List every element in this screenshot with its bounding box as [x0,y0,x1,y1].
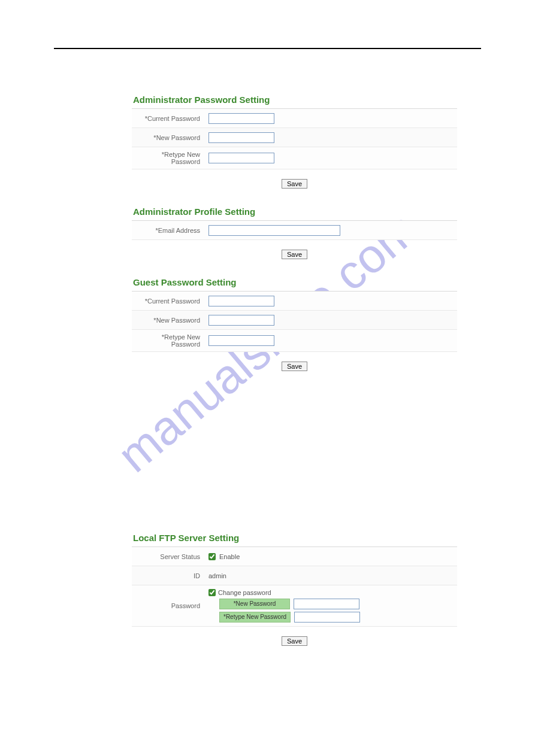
guest-retype-pw-label: *Retype New Password [132,330,205,351]
guest-retype-pw-row: *Retype New Password [132,330,457,352]
admin-retype-pw-row: *Retype New Password [132,147,457,169]
admin-password-section: Administrator Password Setting *Current … [132,91,457,203]
ftp-change-pw-text: Change password [218,589,271,596]
guest-current-pw-label: *Current Password [132,294,205,308]
admin-current-pw-row: *Current Password [132,109,457,128]
guest-new-pw-row: *New Password [132,311,457,330]
ftp-save-row: Save [132,627,457,660]
ftp-enable-checkbox[interactable] [208,553,216,560]
admin-profile-save-button[interactable]: Save [282,250,307,259]
ftp-save-button[interactable]: Save [282,636,307,646]
admin-pw-save-row: Save [132,169,457,203]
ftp-new-pw-input[interactable] [294,599,359,609]
admin-pw-save-button[interactable]: Save [282,179,307,189]
ftp-change-pw-checkbox[interactable] [208,589,216,596]
ftp-id-label: ID [132,569,205,583]
ftp-title: Local FTP Server Setting [132,529,457,547]
admin-pw-title: Administrator Password Setting [132,91,457,109]
ftp-id-value: admin [208,572,226,579]
ftp-retype-pw-label: *Retype New Password [219,612,291,623]
admin-email-label: *Email Address [132,223,205,238]
admin-new-pw-label: *New Password [132,130,205,145]
spacer [132,385,457,529]
content-area: Administrator Password Setting *Current … [132,91,457,660]
guest-retype-pw-input[interactable] [208,335,274,346]
admin-retype-pw-input[interactable] [208,153,274,163]
ftp-retype-pw-input[interactable] [294,612,360,623]
guest-current-pw-input[interactable] [208,296,274,306]
guest-new-pw-input[interactable] [208,315,274,326]
ftp-enable-text: Enable [219,553,240,560]
ftp-id-row: ID admin [132,566,457,585]
admin-profile-title: Administrator Profile Setting [132,203,457,221]
admin-email-input[interactable] [208,225,340,236]
guest-pw-save-button[interactable]: Save [282,362,307,371]
header-rule [54,48,481,49]
ftp-password-row: Password Change password *New Password *… [132,585,457,627]
ftp-password-label: Password [132,599,205,613]
admin-new-pw-input[interactable] [208,132,274,143]
admin-retype-pw-label: *Retype New Password [132,147,205,169]
admin-profile-save-row: Save [132,240,457,274]
admin-new-pw-row: *New Password [132,128,457,147]
guest-current-pw-row: *Current Password [132,292,457,311]
admin-email-row: *Email Address [132,221,457,240]
guest-pw-save-row: Save [132,352,457,385]
ftp-new-pw-label: *New Password [219,599,290,609]
admin-profile-section: Administrator Profile Setting *Email Add… [132,203,457,274]
admin-current-pw-input[interactable] [208,113,274,124]
guest-password-section: Guest Password Setting *Current Password… [132,274,457,385]
ftp-status-row: Server Status Enable [132,547,457,566]
ftp-section: Local FTP Server Setting Server Status E… [132,529,457,660]
ftp-status-label: Server Status [132,549,205,564]
guest-new-pw-label: *New Password [132,313,205,327]
admin-current-pw-label: *Current Password [132,111,205,126]
guest-pw-title: Guest Password Setting [132,274,457,292]
